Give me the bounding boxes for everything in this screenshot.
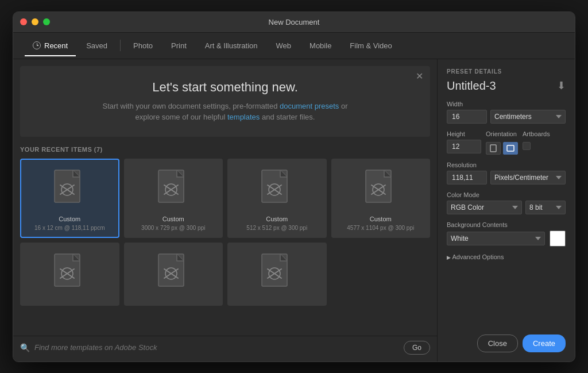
minimize-window-button[interactable]: [32, 18, 38, 25]
preset-section-label: PRESET DETAILS: [447, 68, 566, 75]
recent-item-2[interactable]: Custom 512 x 512 px @ 300 ppi: [227, 159, 327, 238]
width-row: Centimeters Pixels Inches Millimeters: [447, 110, 566, 124]
clock-icon: [33, 41, 41, 49]
save-preset-icon[interactable]: ⬇: [557, 79, 566, 92]
window-title: New Document: [269, 18, 320, 26]
height-label: Height: [447, 130, 481, 137]
height-field: Height: [447, 130, 481, 155]
bg-contents-select[interactable]: White Black Transparent: [447, 232, 545, 245]
color-depth-select[interactable]: 8 bit 16 bit 32 bit: [525, 201, 566, 214]
doc-size-1: 3000 x 729 px @ 300 ppi: [141, 225, 205, 231]
width-label: Width: [447, 101, 566, 107]
recent-item-0[interactable]: Custom 16 x 12 cm @ 118,11 ppcm: [20, 159, 119, 238]
svg-rect-29: [507, 145, 514, 151]
doc-size-3: 4577 x 1104 px @ 300 ppi: [347, 225, 414, 231]
doc-thumbnail-1: [156, 169, 191, 210]
tab-recent[interactable]: Recent: [25, 36, 76, 56]
artboards-field: Artboards: [523, 130, 550, 155]
color-mode-row: RGB Color CMYK Color Grayscale 8 bit 16 …: [447, 201, 566, 214]
orientation-label: Orientation: [486, 130, 518, 137]
bg-contents-label: Background Contents: [447, 221, 566, 228]
color-mode-select[interactable]: RGB Color CMYK Color Grayscale: [447, 201, 522, 214]
artboards-label: Artboards: [523, 130, 550, 137]
artboards-checkbox[interactable]: [523, 142, 531, 150]
maximize-window-button[interactable]: [43, 18, 50, 25]
close-window-button[interactable]: [20, 18, 27, 25]
bg-color-swatch[interactable]: [550, 230, 566, 247]
doc-name-2: Custom: [266, 215, 288, 224]
landscape-icon: [506, 144, 514, 152]
tab-mobile[interactable]: Mobile: [301, 36, 339, 56]
resolution-label: Resolution: [447, 161, 566, 168]
doc-thumbnail-5: [156, 253, 191, 294]
recent-item-4[interactable]: [20, 243, 119, 306]
tab-divider: [120, 40, 121, 51]
preset-title: Untitled-3: [447, 79, 496, 93]
tab-bar: Recent Saved Photo Print Art & Illustrat…: [13, 33, 575, 59]
doc-thumbnail-4: [52, 253, 87, 294]
bottom-buttons: Close Create: [447, 330, 566, 352]
doc-thumbnail-2: [260, 169, 294, 210]
color-mode-label: Color Mode: [447, 191, 566, 198]
left-panel: ✕ Let's start something new. Start with …: [13, 59, 437, 362]
search-bar: 🔍 Go: [13, 336, 437, 362]
orientation-field: Orientation: [486, 130, 518, 155]
doc-thumbnail-3: [363, 169, 398, 210]
resolution-input[interactable]: [447, 171, 487, 184]
width-unit-select[interactable]: Centimeters Pixels Inches Millimeters: [490, 110, 566, 124]
title-bar: New Document: [13, 12, 575, 33]
resolution-unit-select[interactable]: Pixels/Centimeter Pixels/Inch: [490, 171, 566, 184]
banner-title: Let's start something new.: [32, 80, 419, 95]
banner-subtitle: Start with your own document settings, p…: [32, 101, 419, 123]
recent-item-1[interactable]: Custom 3000 x 729 px @ 300 ppi: [124, 159, 223, 238]
go-button[interactable]: Go: [404, 341, 430, 355]
welcome-banner: ✕ Let's start something new. Start with …: [20, 66, 430, 137]
height-input[interactable]: [447, 140, 481, 153]
window-controls: [20, 18, 50, 25]
orientation-buttons: [486, 142, 518, 155]
recent-item-3[interactable]: Custom 4577 x 1104 px @ 300 ppi: [331, 159, 431, 238]
search-input[interactable]: [34, 343, 399, 352]
height-orient-row: Height Orientation: [447, 130, 566, 155]
doc-size-0: 16 x 12 cm @ 118,11 ppcm: [34, 225, 105, 231]
advanced-options-toggle[interactable]: Advanced Options: [447, 253, 566, 260]
tab-saved[interactable]: Saved: [78, 36, 115, 56]
preset-title-row: Untitled-3 ⬇: [447, 79, 566, 93]
close-button[interactable]: Close: [477, 334, 518, 352]
doc-name-0: Custom: [59, 215, 80, 224]
banner-templates-link[interactable]: templates: [227, 113, 260, 121]
right-panel: PRESET DETAILS Untitled-3 ⬇ Width Centim…: [437, 59, 575, 362]
recent-header: YOUR RECENT ITEMS (7): [20, 144, 430, 153]
width-input[interactable]: [447, 110, 487, 124]
tab-photo[interactable]: Photo: [125, 36, 161, 56]
doc-name-1: Custom: [163, 215, 184, 224]
recent-grid-top: Custom 16 x 12 cm @ 118,11 ppcm: [20, 159, 430, 238]
tab-film[interactable]: Film & Video: [342, 36, 400, 56]
portrait-button[interactable]: [486, 142, 501, 155]
doc-thumbnail-6: [260, 253, 294, 294]
create-button[interactable]: Create: [523, 334, 566, 352]
portrait-icon: [489, 144, 497, 152]
recent-grid-bottom: [20, 243, 430, 306]
tab-print[interactable]: Print: [163, 36, 195, 56]
main-content: ✕ Let's start something new. Start with …: [13, 59, 575, 362]
doc-size-2: 512 x 512 px @ 300 ppi: [246, 225, 307, 231]
doc-name-3: Custom: [370, 215, 392, 224]
doc-thumbnail-0: [52, 169, 87, 210]
svg-rect-28: [490, 145, 496, 152]
tab-web[interactable]: Web: [268, 36, 300, 56]
recent-item-6[interactable]: [227, 243, 327, 306]
landscape-button[interactable]: [503, 142, 518, 155]
search-icon: 🔍: [20, 343, 30, 352]
banner-presets-link[interactable]: document presets: [280, 102, 339, 110]
tab-art[interactable]: Art & Illustration: [197, 36, 266, 56]
banner-close-button[interactable]: ✕: [416, 72, 423, 81]
recent-item-5[interactable]: [124, 243, 223, 306]
recent-section: YOUR RECENT ITEMS (7): [13, 144, 437, 336]
bg-contents-row: White Black Transparent: [447, 230, 566, 247]
new-document-window: New Document Recent Saved Photo Print Ar…: [13, 11, 575, 362]
resolution-row: Pixels/Centimeter Pixels/Inch: [447, 171, 566, 184]
search-wrapper: 🔍: [20, 343, 399, 352]
